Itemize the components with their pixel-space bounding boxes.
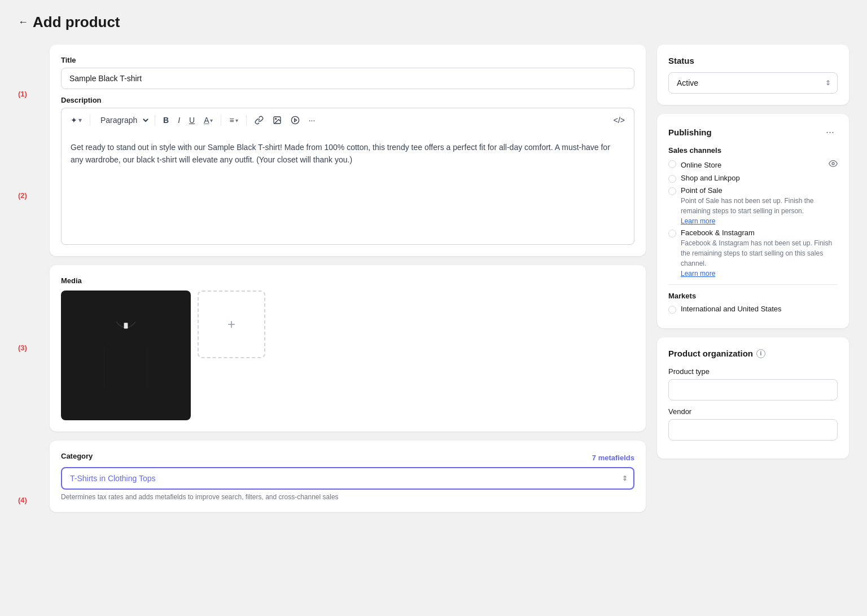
status-label: Status — [668, 56, 838, 65]
vendor-label: Vendor — [668, 407, 838, 416]
product-type-input[interactable] — [668, 379, 838, 401]
category-card: Category 7 metafields T-Shirts in Clothi… — [50, 441, 646, 512]
image-icon — [273, 116, 282, 125]
product-org-card: Product organization i Product type Vend… — [657, 337, 849, 459]
description-field: Description ✦ ▾ Paragraph B I — [61, 96, 634, 245]
back-arrow-icon: ← — [18, 16, 28, 28]
step-3: (3) — [18, 344, 27, 352]
media-grid: + — [61, 291, 634, 420]
description-editor[interactable]: Get ready to stand out in style with our… — [61, 132, 634, 245]
vendor-field: Vendor — [668, 407, 838, 441]
sales-channels-label: Sales channels — [668, 146, 838, 155]
channel-facebook-instagram-name: Facebook & Instagram — [681, 228, 838, 237]
back-button[interactable]: ← — [18, 16, 28, 28]
title-label: Title — [61, 56, 634, 64]
online-store-preview-button[interactable] — [829, 159, 838, 170]
channel-pos-desc: Point of Sale has not been set up. Finis… — [681, 196, 838, 216]
channel-shop-linkpop-info: Shop and Linkpop — [681, 174, 838, 182]
page-header: ← Add product — [18, 14, 849, 31]
italic-button[interactable]: I — [174, 113, 183, 127]
link-icon — [255, 116, 264, 125]
markets-section: Markets International and United States — [668, 284, 838, 314]
product-org-label: Product organization — [668, 349, 753, 358]
publishing-more-button[interactable]: ··· — [822, 125, 838, 139]
title-field: Title — [61, 56, 634, 89]
image-button[interactable] — [269, 113, 285, 127]
channel-shop-linkpop-name: Shop and Linkpop — [681, 174, 838, 182]
font-color-icon: A — [204, 116, 209, 125]
title-description-card: Title Description ✦ ▾ Paragraph — [50, 45, 646, 256]
channel-online-store-radio[interactable] — [668, 160, 676, 168]
channel-facebook-instagram-radio[interactable] — [668, 230, 676, 237]
svg-point-1 — [275, 118, 276, 120]
product-org-title: Product organization i — [668, 349, 838, 358]
channel-pos-radio[interactable] — [668, 187, 676, 195]
font-color-button[interactable]: A ▾ — [200, 113, 216, 127]
channel-pos-info: Point of Sale Point of Sale has not been… — [681, 186, 838, 225]
media-card: Media — [50, 265, 646, 432]
channel-shop-linkpop: Shop and Linkpop — [668, 174, 838, 183]
svg-point-2 — [291, 116, 299, 124]
font-color-dropdown: ▾ — [210, 117, 213, 124]
media-item-tshirt[interactable] — [61, 291, 191, 420]
publishing-label: Publishing — [668, 127, 712, 137]
product-type-label: Product type — [668, 367, 838, 376]
video-icon — [291, 116, 300, 125]
category-header: Category 7 metafields — [61, 452, 634, 464]
channel-online-store: Online Store — [668, 159, 838, 170]
channel-facebook-instagram-info: Facebook & Instagram Facebook & Instagra… — [681, 228, 838, 278]
svg-point-5 — [832, 162, 834, 165]
video-button[interactable] — [287, 113, 303, 127]
eye-icon — [829, 159, 838, 168]
underline-button[interactable]: U — [186, 113, 198, 127]
toolbar-sep-1 — [90, 115, 90, 126]
channel-online-store-info: Online Store — [681, 159, 838, 170]
category-select[interactable]: T-Shirts in Clothing Tops — [61, 467, 634, 490]
status-select-wrapper: Active Draft Archived — [668, 72, 838, 94]
paragraph-select[interactable]: Paragraph — [95, 113, 150, 127]
bold-button[interactable]: B — [160, 113, 172, 127]
status-select[interactable]: Active Draft Archived — [668, 72, 838, 94]
toolbar-sep-4 — [246, 115, 247, 126]
media-label: Media — [61, 276, 634, 285]
more-formats-button[interactable]: ··· — [305, 113, 319, 127]
product-org-info-icon[interactable]: i — [756, 349, 765, 358]
channel-facebook-instagram-learn-more[interactable]: Learn more — [681, 270, 838, 278]
category-hint: Determines tax rates and adds metafields… — [61, 493, 634, 501]
markets-label: Markets — [668, 292, 838, 300]
svg-rect-4 — [124, 323, 128, 328]
step-2: (2) — [18, 191, 27, 200]
step-1: (1) — [18, 90, 27, 98]
channel-pos: Point of Sale Point of Sale has not been… — [668, 186, 838, 225]
align-button[interactable]: ≡ ▾ — [226, 113, 241, 127]
market-radio[interactable] — [668, 306, 676, 314]
channel-pos-learn-more[interactable]: Learn more — [681, 217, 838, 225]
toolbar-sep-3 — [221, 115, 221, 126]
link-button[interactable] — [251, 113, 267, 127]
metafields-link[interactable]: 7 metafields — [592, 454, 634, 462]
category-label: Category — [61, 452, 93, 460]
description-text: Get ready to stand out in style with our… — [71, 143, 610, 164]
channel-shop-linkpop-radio[interactable] — [668, 175, 676, 183]
status-card: Status Active Draft Archived — [657, 45, 849, 105]
channel-facebook-instagram-desc: Facebook & Instagram has not been set up… — [681, 238, 838, 269]
ai-button[interactable]: ✦ ▾ — [67, 113, 85, 127]
category-select-wrapper: T-Shirts in Clothing Tops — [61, 467, 634, 490]
ai-dropdown-icon: ▾ — [78, 116, 82, 124]
channel-online-store-name: Online Store — [681, 161, 721, 169]
editor-toolbar: ✦ ▾ Paragraph B I U A ▾ — [61, 108, 634, 132]
align-icon: ≡ — [229, 116, 234, 125]
title-input[interactable] — [61, 68, 634, 89]
add-media-button[interactable]: + — [198, 291, 265, 358]
channel-pos-name: Point of Sale — [681, 186, 838, 195]
publishing-title: Publishing ··· — [668, 125, 838, 139]
description-label: Description — [61, 96, 634, 104]
vendor-input[interactable] — [668, 419, 838, 441]
svg-marker-3 — [294, 118, 296, 121]
market-name: International and United States — [681, 305, 782, 313]
market-item: International and United States — [668, 305, 838, 314]
page-title: Add product — [33, 14, 120, 31]
code-button[interactable]: </> — [610, 113, 628, 127]
step-4: (4) — [18, 496, 27, 504]
product-type-field: Product type — [668, 367, 838, 401]
